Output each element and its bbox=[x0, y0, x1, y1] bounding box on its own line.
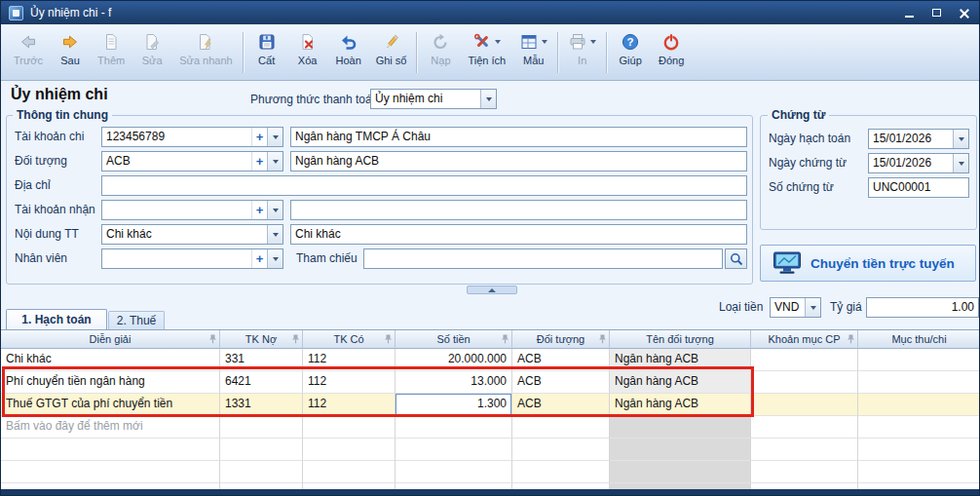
grid-cell[interactable] bbox=[512, 416, 610, 439]
chevron-down-icon[interactable] bbox=[805, 298, 820, 317]
pin-icon[interactable] bbox=[501, 334, 509, 344]
grid-cell[interactable]: 1.300 bbox=[396, 394, 512, 416]
close-button[interactable]: Đóng bbox=[651, 27, 692, 78]
grid-cell[interactable] bbox=[1, 439, 220, 461]
grid-cell[interactable] bbox=[751, 371, 858, 394]
chevron-down-icon[interactable] bbox=[590, 40, 596, 44]
collapse-splitter-button[interactable] bbox=[467, 286, 517, 294]
save-button[interactable]: Cất bbox=[246, 27, 287, 78]
grid-cell[interactable]: 112 bbox=[303, 394, 396, 416]
pin-icon[interactable] bbox=[847, 334, 855, 344]
chevron-down-icon[interactable] bbox=[542, 40, 547, 44]
add-plus-icon[interactable] bbox=[251, 249, 267, 268]
help-button[interactable]: ?Giúp bbox=[610, 27, 651, 78]
forward-button[interactable]: Sau bbox=[50, 27, 91, 78]
grid-cell[interactable] bbox=[858, 416, 980, 439]
grid-cell[interactable] bbox=[303, 416, 396, 439]
grid-cell[interactable]: Chi khác bbox=[1, 349, 220, 371]
grid-cell[interactable]: ACB bbox=[512, 349, 610, 371]
grid-cell[interactable]: Phí chuyển tiền ngân hàng bbox=[1, 371, 220, 394]
minimize-icon[interactable] bbox=[903, 7, 917, 19]
add-plus-icon[interactable] bbox=[251, 152, 267, 171]
grid-cell[interactable] bbox=[610, 416, 751, 439]
grid-cell[interactable]: 331 bbox=[220, 349, 303, 371]
chevron-down-icon[interactable] bbox=[495, 40, 501, 44]
column-header-2[interactable]: TK Nợ bbox=[220, 330, 303, 349]
grid-cell[interactable] bbox=[751, 439, 858, 461]
add-plus-icon[interactable] bbox=[251, 201, 267, 219]
add-new-row[interactable]: Bấm vào đây để thêm mới bbox=[1, 416, 980, 439]
column-header-8[interactable]: Mục thu/chi bbox=[858, 330, 980, 349]
pay-account-combo[interactable]: 123456789 bbox=[101, 127, 283, 147]
employee-combo[interactable] bbox=[101, 248, 283, 269]
post-button[interactable]: Ghi sổ bbox=[369, 27, 414, 78]
reference-field[interactable] bbox=[363, 248, 723, 269]
posting-date-picker[interactable]: 15/01/2026 bbox=[868, 129, 969, 149]
receive-bank-name-field[interactable] bbox=[290, 200, 747, 220]
grid-cell[interactable] bbox=[220, 461, 303, 483]
grid-cell[interactable] bbox=[512, 461, 610, 483]
grid-cell[interactable] bbox=[396, 461, 512, 483]
grid-cell[interactable] bbox=[220, 416, 303, 439]
grid-cell[interactable] bbox=[303, 439, 396, 461]
grid-cell[interactable]: 20.000.000 bbox=[396, 349, 512, 371]
content-combo[interactable]: Chi khác bbox=[101, 224, 283, 245]
pin-icon[interactable] bbox=[384, 334, 393, 344]
grid-cell[interactable]: 112 bbox=[303, 349, 396, 371]
chevron-down-icon[interactable] bbox=[267, 152, 283, 171]
grid-cell[interactable]: 6421 bbox=[220, 371, 303, 394]
column-header-4[interactable]: Số tiền bbox=[396, 330, 512, 349]
grid-cell[interactable] bbox=[858, 394, 980, 416]
grid-cell[interactable]: Bấm vào đây để thêm mới bbox=[1, 416, 220, 439]
currency-select[interactable]: VND bbox=[770, 297, 821, 318]
grid-cell[interactable] bbox=[858, 439, 980, 461]
grid-cell[interactable]: 112 bbox=[303, 371, 396, 394]
grid-cell[interactable] bbox=[751, 394, 858, 416]
grid-row[interactable]: Phí chuyển tiền ngân hàng642111213.000AC… bbox=[1, 371, 980, 394]
chevron-down-icon[interactable] bbox=[267, 225, 283, 244]
receive-account-combo[interactable] bbox=[101, 200, 283, 220]
grid-cell[interactable]: Ngân hàng ACB bbox=[610, 349, 751, 371]
grid-cell[interactable] bbox=[858, 461, 980, 483]
partner-name-field[interactable]: Ngân hàng ACB bbox=[290, 151, 747, 172]
grid-cell[interactable]: Ngân hàng ACB bbox=[610, 394, 751, 416]
document-date-picker[interactable]: 15/01/2026 bbox=[868, 153, 969, 173]
chevron-down-icon[interactable] bbox=[953, 130, 968, 148]
empty-row[interactable] bbox=[1, 461, 980, 483]
close-icon[interactable] bbox=[958, 7, 971, 19]
tab-tax[interactable]: 2. Thuế bbox=[108, 311, 165, 329]
grid-cell[interactable]: 13.000 bbox=[396, 371, 512, 394]
template-button[interactable]: Mẫu bbox=[512, 27, 554, 78]
grid-row[interactable]: Chi khác33111220.000.000ACBNgân hàng ACB bbox=[1, 349, 980, 371]
grid-cell[interactable]: ACB bbox=[512, 394, 610, 416]
grid-cell[interactable] bbox=[751, 461, 858, 483]
grid-cell[interactable] bbox=[751, 349, 858, 371]
grid-cell[interactable] bbox=[858, 349, 980, 371]
grid-cell[interactable]: 1331 bbox=[220, 394, 303, 416]
grid-row[interactable]: Thuế GTGT của phí chuyển tiền13311121.30… bbox=[1, 394, 980, 416]
maximize-icon[interactable] bbox=[930, 7, 944, 19]
grid-cell[interactable] bbox=[610, 461, 751, 483]
grid-cell[interactable] bbox=[512, 439, 610, 461]
partner-combo[interactable]: ACB bbox=[101, 151, 283, 172]
chevron-down-icon[interactable] bbox=[267, 128, 283, 146]
pin-icon[interactable] bbox=[598, 334, 607, 344]
chevron-down-icon[interactable] bbox=[480, 90, 496, 108]
column-header-3[interactable]: TK Có bbox=[303, 330, 396, 349]
column-header-7[interactable]: Khoản mục CP bbox=[751, 330, 858, 349]
undo-button[interactable]: Hoàn bbox=[328, 27, 369, 78]
content-description-field[interactable]: Chi khác bbox=[290, 224, 747, 245]
lookup-button[interactable] bbox=[725, 248, 747, 269]
chevron-down-icon[interactable] bbox=[267, 249, 283, 268]
online-transfer-button[interactable]: Chuyển tiền trực tuyến bbox=[760, 245, 976, 282]
utilities-button[interactable]: Tiện ích bbox=[461, 27, 512, 78]
pin-icon[interactable] bbox=[208, 334, 217, 344]
delete-button[interactable]: Xóa bbox=[287, 27, 328, 78]
grid-cell[interactable]: Ngân hàng ACB bbox=[610, 371, 751, 394]
grid-cell[interactable] bbox=[396, 439, 512, 461]
grid-cell[interactable]: ACB bbox=[512, 371, 610, 394]
grid-cell[interactable] bbox=[610, 439, 751, 461]
exchange-rate-field[interactable]: 1.00 bbox=[866, 297, 979, 318]
empty-row[interactable] bbox=[1, 439, 980, 461]
grid-cell[interactable] bbox=[220, 439, 303, 461]
